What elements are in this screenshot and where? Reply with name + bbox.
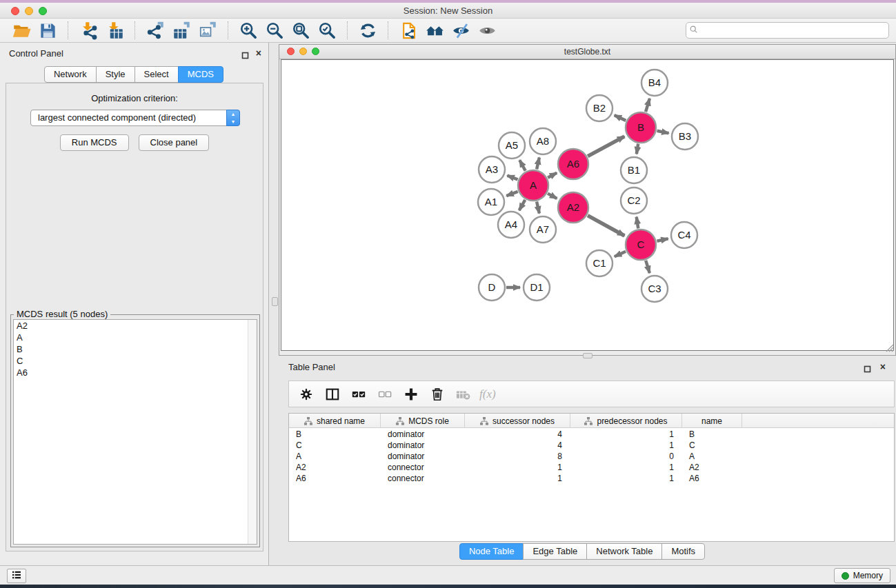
search-input[interactable] — [686, 22, 889, 39]
open-session-icon[interactable] — [8, 20, 34, 41]
graph-node-B2[interactable]: B2 — [586, 95, 613, 121]
table-row[interactable]: Adominator80A — [289, 451, 894, 462]
column-header-predecessor-nodes[interactable]: predecessor nodes — [570, 414, 682, 428]
hide-eye-icon[interactable] — [448, 20, 474, 41]
result-node-item[interactable]: A — [14, 332, 257, 343]
float-panel-icon[interactable] — [241, 50, 249, 57]
graph-node-B[interactable]: B — [626, 112, 656, 143]
graph-node-A[interactable]: A — [518, 170, 548, 201]
column-browser-icon[interactable] — [321, 384, 344, 405]
table-cell: 1 — [570, 440, 682, 451]
graph-node-A7[interactable]: A7 — [530, 216, 556, 243]
graph-node-A1[interactable]: A1 — [478, 189, 504, 215]
tab-node-table[interactable]: Node Table — [459, 543, 524, 560]
resize-grip-icon[interactable] — [884, 343, 894, 352]
table-row[interactable]: Bdominator41B — [289, 429, 894, 440]
result-node-item[interactable]: C — [14, 355, 257, 367]
graph-node-C4[interactable]: C4 — [671, 222, 697, 248]
tab-mcds[interactable]: MCDS — [178, 66, 223, 83]
run-mcds-button[interactable]: Run MCDS — [60, 134, 129, 151]
mcds-result-list[interactable]: A2ABCA6 — [13, 319, 257, 545]
tab-network-table[interactable]: Network Table — [586, 543, 662, 560]
edge-A6-B — [588, 136, 624, 156]
result-node-item[interactable]: A2 — [14, 320, 257, 332]
export-table-icon[interactable] — [168, 20, 195, 41]
column-header-MCDS-role[interactable]: MCDS role — [381, 414, 465, 428]
svg-text:C: C — [637, 239, 645, 250]
tab-edge-table[interactable]: Edge Table — [523, 543, 587, 560]
graph-node-A3[interactable]: A3 — [479, 156, 505, 183]
graph-node-D1[interactable]: D1 — [524, 274, 550, 301]
export-network-icon[interactable] — [142, 20, 168, 41]
mcds-tab-content: Optimization criterion: largest connecte… — [6, 83, 263, 551]
control-panel-header: Control Panel × — [0, 47, 268, 61]
zoom-selected-icon[interactable] — [314, 20, 340, 41]
graph-node-C1[interactable]: C1 — [586, 250, 613, 276]
graph-node-A2[interactable]: A2 — [558, 192, 588, 223]
table-header-row: shared nameMCDS rolesuccessor nodesprede… — [289, 414, 894, 428]
table-row[interactable]: A6connector11A6 — [289, 473, 894, 484]
graph-node-C[interactable]: C — [626, 230, 656, 260]
delete-column-icon[interactable] — [426, 384, 449, 405]
graph-node-C2[interactable]: C2 — [621, 187, 647, 214]
vertical-splitter-grip[interactable] — [272, 297, 278, 306]
tab-style[interactable]: Style — [96, 66, 135, 83]
svg-text:B2: B2 — [593, 102, 606, 114]
zoom-fit-icon[interactable] — [288, 20, 314, 41]
network-document-icon[interactable] — [395, 20, 421, 41]
column-header-name[interactable]: name — [682, 414, 742, 428]
control-panel: Control Panel × NetworkStyleSelectMCDS O… — [0, 43, 269, 565]
graph-node-A4[interactable]: A4 — [498, 212, 524, 238]
table-cell: 1 — [570, 462, 682, 473]
import-table-icon[interactable] — [101, 20, 128, 41]
network-window-titlebar[interactable]: testGlobe.txt — [279, 45, 895, 59]
add-column-icon[interactable] — [399, 384, 423, 405]
tree-icon — [304, 417, 312, 425]
edge-B-B2 — [615, 115, 626, 121]
export-image-icon[interactable] — [195, 20, 221, 41]
task-history-button[interactable] — [7, 569, 26, 583]
select-all-icon[interactable] — [347, 384, 370, 405]
float-panel-icon[interactable] — [864, 363, 871, 371]
eye-icon[interactable] — [474, 20, 500, 41]
graph-node-A5[interactable]: A5 — [499, 132, 525, 159]
table-panel: Table Panel × f(x) shared nameMCDS roles… — [269, 358, 896, 565]
graph-node-A6[interactable]: A6 — [558, 149, 588, 179]
delete-table-icon[interactable] — [452, 384, 475, 405]
gear-icon[interactable] — [295, 384, 318, 405]
graph-node-B1[interactable]: B1 — [621, 157, 647, 183]
import-network-icon[interactable] — [75, 20, 101, 41]
tab-network[interactable]: Network — [44, 66, 97, 83]
close-panel-button[interactable]: Close panel — [139, 134, 210, 151]
result-node-item[interactable]: B — [14, 343, 257, 355]
criterion-select[interactable]: largest connected component (directed) ▲… — [30, 110, 240, 126]
close-panel-icon[interactable]: × — [880, 361, 886, 373]
column-header-successor-nodes[interactable]: successor nodes — [465, 414, 570, 428]
apply-layout-icon[interactable] — [355, 20, 381, 41]
result-node-item[interactable]: A6 — [14, 367, 257, 378]
svg-text:C3: C3 — [648, 283, 661, 294]
graph-node-D[interactable]: D — [479, 274, 505, 301]
memory-button[interactable]: Memory — [834, 568, 890, 583]
graph-node-A8[interactable]: A8 — [530, 128, 556, 154]
tab-motifs[interactable]: Motifs — [661, 543, 705, 560]
result-scrollbar[interactable] — [248, 320, 257, 544]
horizontal-splitter-grip[interactable] — [583, 353, 593, 358]
table-row[interactable]: A2connector11A2 — [289, 462, 894, 473]
close-panel-icon[interactable]: × — [256, 47, 261, 59]
graph-node-B3[interactable]: B3 — [672, 123, 698, 150]
function-builder-button[interactable]: f(x) — [478, 387, 496, 401]
save-session-icon[interactable] — [34, 20, 61, 41]
graph-node-C3[interactable]: C3 — [641, 276, 668, 302]
table-row[interactable]: Cdominator41C — [289, 440, 894, 451]
homes-icon[interactable] — [421, 20, 448, 41]
deselect-all-icon[interactable] — [373, 384, 397, 405]
graph-node-B4[interactable]: B4 — [641, 70, 668, 96]
zoom-in-icon[interactable] — [235, 20, 261, 41]
table-cell: C — [682, 440, 742, 451]
network-canvas[interactable]: A A1 A2 A3 A4 A5 A6 A7 A8 B B1 B2 B3 B4 … — [281, 59, 894, 351]
tab-select[interactable]: Select — [135, 66, 179, 83]
svg-text:A: A — [530, 179, 537, 191]
column-header-shared-name[interactable]: shared name — [289, 414, 381, 428]
zoom-out-icon[interactable] — [261, 20, 288, 41]
